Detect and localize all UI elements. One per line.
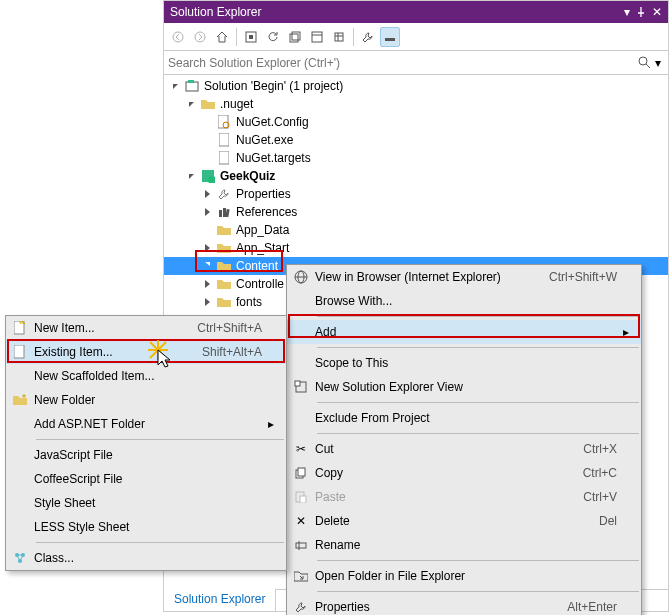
- collapse-all-button[interactable]: [285, 27, 305, 47]
- back-button[interactable]: [168, 27, 188, 47]
- menu-scope-to-this[interactable]: Scope to This: [287, 351, 641, 375]
- wrench-icon: [216, 186, 232, 202]
- context-menu-add: New Item...Ctrl+Shift+A Existing Item...…: [5, 315, 287, 571]
- refresh-button[interactable]: [263, 27, 283, 47]
- solution-icon: [184, 78, 200, 94]
- menu-class[interactable]: Class...: [6, 546, 286, 570]
- tree-nuget-targets[interactable]: NuGet.targets: [164, 149, 668, 167]
- wrench-button[interactable]: [358, 27, 378, 47]
- copy-icon: [287, 467, 315, 479]
- class-icon: [6, 551, 34, 565]
- tree-appstart[interactable]: App_Start: [164, 239, 668, 257]
- show-all-button[interactable]: [307, 27, 327, 47]
- tree-solution[interactable]: Solution 'Begin' (1 project): [164, 77, 668, 95]
- svg-rect-15: [219, 151, 229, 164]
- svg-rect-8: [385, 38, 395, 41]
- search-row: ▾: [164, 51, 668, 75]
- folder-icon: [216, 222, 232, 238]
- svg-rect-11: [188, 80, 194, 83]
- menu-js-file[interactable]: JavaScript File: [6, 443, 286, 467]
- folder-icon: [200, 96, 216, 112]
- scope-button[interactable]: [241, 27, 261, 47]
- properties-button[interactable]: [329, 27, 349, 47]
- menu-exclude[interactable]: Exclude From Project: [287, 406, 641, 430]
- rename-icon: [287, 539, 315, 551]
- wrench-icon: [287, 601, 315, 613]
- tree-nuget-exe[interactable]: NuGet.exe: [164, 131, 668, 149]
- dropdown-icon[interactable]: ▾: [624, 5, 630, 19]
- menu-browse-with[interactable]: Browse With...: [287, 289, 641, 313]
- menu-new-item[interactable]: New Item...Ctrl+Shift+A: [6, 316, 286, 340]
- preview-button[interactable]: [380, 27, 400, 47]
- search-input[interactable]: [168, 53, 638, 73]
- tree-appdata[interactable]: App_Data: [164, 221, 668, 239]
- svg-rect-29: [296, 543, 306, 548]
- svg-rect-28: [300, 496, 306, 503]
- menu-scaffolded-item[interactable]: New Scaffolded Item...: [6, 364, 286, 388]
- panel-header: Solution Explorer ▾ ✕: [164, 1, 668, 23]
- tree-nuget-folder[interactable]: .nuget: [164, 95, 668, 113]
- menu-add[interactable]: Add▸: [287, 320, 641, 344]
- context-menu-main: View in Browser (Internet Explorer) Ctrl…: [286, 264, 642, 615]
- pin-icon[interactable]: [636, 7, 646, 17]
- svg-rect-4: [290, 34, 298, 42]
- folder-icon: [216, 276, 232, 292]
- new-view-icon: [287, 380, 315, 394]
- folder-icon: [216, 240, 232, 256]
- paste-icon: [287, 491, 315, 503]
- toolbar: [164, 23, 668, 51]
- menu-rename[interactable]: Rename: [287, 533, 641, 557]
- svg-rect-5: [292, 32, 300, 40]
- menu-less-sheet[interactable]: LESS Style Sheet: [6, 515, 286, 539]
- panel-title: Solution Explorer: [170, 5, 624, 19]
- menu-properties[interactable]: PropertiesAlt+Enter: [287, 595, 641, 615]
- new-item-icon: [6, 321, 34, 335]
- config-icon: [216, 114, 232, 130]
- open-folder-icon: [287, 570, 315, 582]
- tree-project[interactable]: GeekQuiz: [164, 167, 668, 185]
- menu-new-solution-view[interactable]: New Solution Explorer View: [287, 375, 641, 399]
- menu-copy[interactable]: CopyCtrl+C: [287, 461, 641, 485]
- tree-references[interactable]: References: [164, 203, 668, 221]
- menu-paste: PasteCtrl+V: [287, 485, 641, 509]
- globe-icon: [287, 270, 315, 284]
- svg-rect-6: [312, 32, 322, 42]
- folder-icon: [216, 258, 232, 274]
- menu-new-folder[interactable]: New Folder: [6, 388, 286, 412]
- menu-view-browser[interactable]: View in Browser (Internet Explorer) Ctrl…: [287, 265, 641, 289]
- menu-cut[interactable]: ✂ CutCtrl+X: [287, 437, 641, 461]
- svg-point-1: [195, 32, 205, 42]
- tree-nuget-config[interactable]: NuGet.Config: [164, 113, 668, 131]
- svg-point-0: [173, 32, 183, 42]
- folder-icon: [216, 294, 232, 310]
- csharp-project-icon: [200, 168, 216, 184]
- menu-delete[interactable]: ✕ DeleteDel: [287, 509, 641, 533]
- menu-style-sheet[interactable]: Style Sheet: [6, 491, 286, 515]
- menu-open-folder[interactable]: Open Folder in File Explorer: [287, 564, 641, 588]
- tree-properties[interactable]: Properties: [164, 185, 668, 203]
- tab-solution-explorer[interactable]: Solution Explorer: [164, 588, 276, 611]
- submenu-arrow-icon: ▸: [621, 325, 631, 339]
- search-caret-icon[interactable]: ▾: [652, 56, 664, 70]
- close-icon[interactable]: ✕: [652, 5, 662, 19]
- menu-existing-item[interactable]: Existing Item...Shift+Alt+A: [6, 340, 286, 364]
- forward-button[interactable]: [190, 27, 210, 47]
- svg-rect-14: [219, 133, 229, 146]
- file-icon: [216, 150, 232, 166]
- svg-rect-3: [249, 35, 253, 39]
- delete-icon: ✕: [287, 514, 315, 528]
- references-icon: [216, 204, 232, 220]
- menu-coffee-file[interactable]: CoffeeScript File: [6, 467, 286, 491]
- svg-rect-31: [14, 345, 24, 358]
- file-icon: [216, 132, 232, 148]
- home-button[interactable]: [212, 27, 232, 47]
- menu-aspnet-folder[interactable]: Add ASP.NET Folder▸: [6, 412, 286, 436]
- cursor-icon: [148, 340, 178, 370]
- search-icon[interactable]: [638, 56, 652, 70]
- submenu-arrow-icon: ▸: [266, 417, 276, 431]
- new-folder-icon: [6, 394, 34, 406]
- svg-rect-18: [219, 210, 222, 217]
- svg-rect-24: [295, 381, 300, 386]
- scissors-icon: ✂: [287, 442, 315, 456]
- svg-rect-26: [298, 468, 305, 476]
